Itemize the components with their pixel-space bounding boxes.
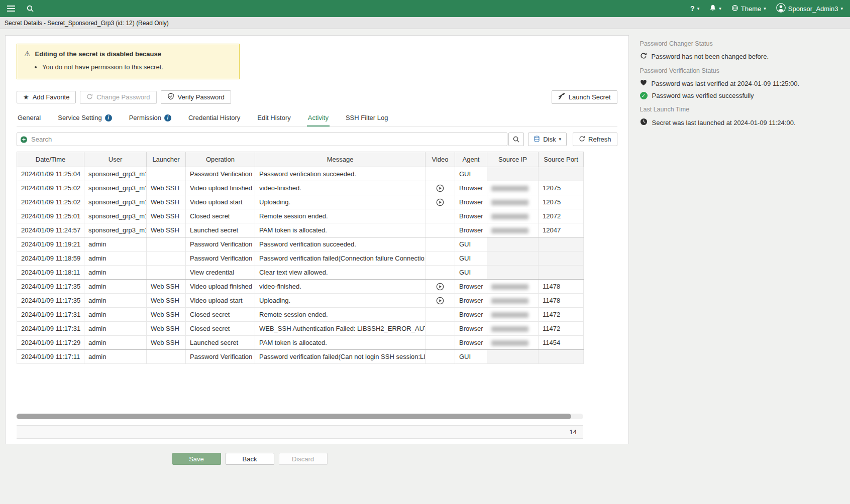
cell-source-port: 11454 — [539, 336, 584, 350]
tab[interactable]: Edit History — [256, 112, 291, 126]
search-icon[interactable] — [26, 5, 34, 13]
search-submit-button[interactable] — [508, 133, 524, 146]
table-row[interactable]: 2024/01/09 11:19:21 admin Password Verif… — [17, 237, 584, 251]
tab[interactable]: SSH Filter Log — [345, 112, 389, 126]
disk-dropdown[interactable]: Disk ▾ — [528, 133, 567, 146]
cell-user: sponsored_grp3_m1 — [84, 195, 147, 209]
table-row[interactable]: 2024/01/09 11:17:31 admin Web SSH Closed… — [17, 308, 584, 322]
cell-agent: Browser — [455, 181, 487, 195]
cell-user: sponsored_grp3_m1 — [84, 181, 147, 195]
cell-launcher: Web SSH — [147, 181, 186, 195]
redacted-source-ip — [491, 312, 528, 318]
cell-source-port — [539, 167, 584, 181]
cell-source-port — [539, 237, 584, 251]
save-button[interactable]: Save — [172, 453, 221, 465]
play-video-icon[interactable] — [436, 198, 444, 206]
play-video-icon[interactable] — [436, 184, 444, 192]
back-button[interactable]: Back — [226, 453, 274, 465]
menu-icon[interactable] — [7, 6, 15, 12]
discard-button[interactable]: Discard — [279, 453, 328, 465]
add-filter-icon[interactable] — [20, 136, 28, 143]
table-row[interactable]: 2024/01/09 11:18:59 admin Password Verif… — [17, 251, 584, 266]
cell-video — [426, 223, 455, 237]
cell-launcher — [147, 237, 186, 251]
cell-video — [426, 167, 455, 181]
tab[interactable]: Activity — [307, 112, 330, 126]
secret-details-card: ⚠ Editing of the secret is disabled beca… — [5, 35, 629, 444]
refresh-button[interactable]: Refresh — [573, 133, 617, 146]
row-count: 14 — [570, 428, 577, 436]
secret-action-buttons: ★ Add Favorite Change Password Verify Pa… — [17, 90, 617, 104]
theme-menu[interactable]: Theme ▾ — [731, 5, 766, 13]
table-header-row: Date/TimeUserLauncherOperationMessageVid… — [17, 152, 584, 167]
notifications-menu[interactable]: ▾ — [709, 4, 721, 13]
tab[interactable]: Service Setting i — [57, 112, 113, 126]
verify-password-button[interactable]: Verify Password — [161, 90, 231, 104]
password-verification-status-section: Password Verification Status Password wa… — [640, 67, 850, 99]
column-header[interactable]: Launcher — [147, 152, 186, 167]
column-header[interactable]: Message — [255, 152, 426, 167]
table-row[interactable]: 2024/01/09 11:17:35 admin Web SSH Video … — [17, 294, 584, 308]
column-header[interactable]: Source Port — [539, 152, 584, 167]
table-row[interactable]: 2024/01/09 11:24:57 sponsored_grp3_m1 We… — [17, 223, 584, 237]
table-row[interactable]: 2024/01/09 11:25:04 sponsored_grp3_m1 Pa… — [17, 167, 584, 181]
cell-agent: Browser — [455, 209, 487, 223]
column-header[interactable]: Operation — [186, 152, 255, 167]
add-favorite-button[interactable]: ★ Add Favorite — [17, 91, 76, 103]
shield-check-icon — [167, 93, 174, 101]
change-password-button[interactable]: Change Password — [80, 91, 156, 104]
cell-user: sponsored_grp3_m1 — [84, 209, 147, 223]
cell-message: Password verification failed(Connection … — [255, 251, 426, 266]
redacted-source-ip — [491, 284, 528, 290]
cell-user: admin — [84, 251, 147, 266]
verification-result-text: Password was verified successfully — [652, 92, 754, 99]
play-video-icon[interactable] — [436, 283, 444, 291]
cell-source-port: 12075 — [539, 195, 584, 209]
table-row[interactable]: 2024/01/09 11:17:31 admin Web SSH Closed… — [17, 322, 584, 336]
cell-message: Password verification succeeded. — [255, 167, 426, 181]
refresh-arrow-icon — [579, 136, 585, 144]
launch-secret-button[interactable]: Launch Secret — [552, 90, 617, 104]
table-row[interactable]: 2024/01/09 11:25:02 sponsored_grp3_m1 We… — [17, 195, 584, 209]
cell-source-ip — [487, 181, 539, 195]
table-row[interactable]: 2024/01/09 11:18:11 admin View credentia… — [17, 266, 584, 280]
table-row[interactable]: 2024/01/09 11:17:35 admin Web SSH Video … — [17, 280, 584, 294]
cell-operation: Password Verification — [186, 237, 255, 251]
check-circle-icon: ✓ — [640, 92, 648, 99]
cell-agent: GUI — [455, 350, 487, 364]
search-input[interactable] — [17, 133, 507, 146]
cell-source-ip — [487, 209, 539, 223]
tab-bar: General Service Setting i Permission i C… — [17, 112, 617, 127]
cell-user: admin — [84, 308, 147, 322]
tab[interactable]: Permission i — [128, 112, 172, 126]
tab[interactable]: Credential History — [187, 112, 241, 126]
help-menu[interactable]: ? ▾ — [690, 5, 699, 13]
section-heading: Password Verification Status — [640, 67, 850, 74]
table-row[interactable]: 2024/01/09 11:17:29 admin Web SSH Launch… — [17, 336, 584, 350]
cell-launcher: Web SSH — [147, 322, 186, 336]
play-video-icon[interactable] — [436, 297, 444, 305]
horizontal-scrollbar-thumb[interactable] — [17, 414, 571, 419]
column-header[interactable]: User — [84, 152, 147, 167]
last-launch-text: Secret was last launched at 2024-01-09 1… — [652, 119, 796, 127]
cell-datetime: 2024/01/09 11:17:35 — [17, 280, 84, 294]
column-header[interactable]: Date/Time — [17, 152, 84, 167]
cell-source-port: 12075 — [539, 181, 584, 195]
column-header[interactable]: Video — [426, 152, 455, 167]
chevron-down-icon: ▾ — [840, 7, 843, 11]
table-row[interactable]: 2024/01/09 11:17:11 admin Password Verif… — [17, 350, 584, 364]
column-header[interactable]: Source IP — [487, 152, 539, 167]
cell-operation: Video upload start — [186, 195, 255, 209]
table-row[interactable]: 2024/01/09 11:25:01 sponsored_grp3_m1 We… — [17, 209, 584, 223]
redacted-source-ip — [491, 326, 528, 332]
horizontal-scrollbar-track[interactable] — [17, 414, 583, 419]
cell-launcher — [147, 350, 186, 364]
user-menu[interactable]: Sponsor_Admin3 ▾ — [776, 3, 843, 14]
cell-message: Password verification failed(Can not log… — [255, 350, 426, 364]
tab[interactable]: General — [17, 112, 42, 126]
table-row[interactable]: 2024/01/09 11:25:02 sponsored_grp3_m1 We… — [17, 181, 584, 195]
cell-launcher: Web SSH — [147, 294, 186, 308]
cell-source-ip — [487, 350, 539, 364]
column-header[interactable]: Agent — [455, 152, 487, 167]
cell-launcher: Web SSH — [147, 336, 186, 350]
